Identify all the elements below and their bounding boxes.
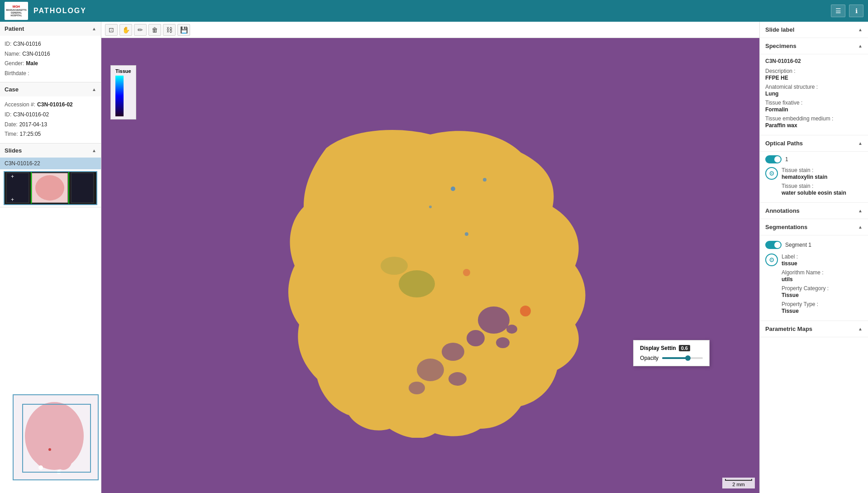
- slide-item[interactable]: C3N-01016-22 +: [0, 158, 101, 205]
- display-settings-popup: Display Settin 0.6 Opacity: [633, 340, 710, 366]
- patient-birthdate-label: Birthdate :: [5, 69, 29, 79]
- seg-algorithm-value: utils: [782, 276, 829, 282]
- delete-tool-button[interactable]: 🗑: [148, 24, 161, 36]
- thumbnail-svg: + +: [5, 172, 96, 204]
- svg-point-12: [34, 440, 57, 468]
- logo-area: MGH MASSACHUSETTSGENERALHOSPITAL PATHOLO…: [5, 2, 86, 20]
- slide-label-title: Slide label: [765, 26, 794, 33]
- optical-path-toggle[interactable]: [765, 155, 782, 163]
- case-date-label: Date:: [5, 120, 18, 130]
- optical-path-gear-icon[interactable]: ⚙: [765, 167, 778, 180]
- seg-property-category-value: Tissue: [782, 292, 829, 298]
- pan-tool-button[interactable]: ✋: [119, 24, 132, 36]
- app-header: MGH MASSACHUSETTSGENERALHOSPITAL PATHOLO…: [0, 0, 868, 22]
- left-sidebar: Patient ▲ ID: C3N-01016 Name: C3N-01016 …: [0, 22, 101, 493]
- scale-bar-line: [725, 479, 752, 481]
- patient-section-content: ID: C3N-01016 Name: C3N-01016 Gender: Ma…: [0, 36, 101, 82]
- segmentations-header[interactable]: Segmentations ▲: [760, 219, 868, 235]
- svg-point-29: [465, 232, 468, 236]
- svg-point-21: [506, 325, 517, 334]
- optical-paths-title: Optical Paths: [765, 140, 803, 147]
- minimap[interactable]: [13, 394, 99, 480]
- tissue-stain2-label: Tissue stain :: [782, 183, 846, 189]
- segment1-toggle-knob: [774, 242, 781, 248]
- segmentations-content: Segment 1 ⚙ Label : tissue Algorithm Nam…: [760, 235, 868, 321]
- right-sidebar: Slide label ▲ Specimens ▲ C3N-01016-02 D…: [759, 22, 868, 493]
- slide-label-chevron-icon: ▲: [858, 27, 863, 32]
- opacity-value-badge: 0.6: [679, 345, 690, 351]
- opacity-slider[interactable]: [662, 357, 703, 359]
- patient-name-value: C3N-01016: [22, 49, 50, 59]
- annotations-chevron-icon: ▲: [858, 208, 863, 213]
- specimens-chevron-icon: ▲: [858, 43, 863, 48]
- legend-title: Tissue: [115, 68, 131, 74]
- svg-point-31: [483, 178, 486, 182]
- slides-section: Slides ▲ C3N-01016-22: [0, 144, 101, 207]
- patient-gender-label: Gender:: [5, 59, 24, 69]
- patient-birthdate-row: Birthdate :: [5, 69, 96, 79]
- patient-section-header[interactable]: Patient ▲: [0, 22, 101, 36]
- case-section-title: Case: [5, 86, 19, 93]
- info-icon-button[interactable]: ℹ: [849, 5, 863, 17]
- parametric-maps-title: Parametric Maps: [765, 325, 812, 332]
- slides-section-title: Slides: [5, 147, 22, 154]
- segment1-gear-icon[interactable]: ⚙: [765, 254, 778, 266]
- svg-point-23: [417, 359, 444, 381]
- case-date-row: Date: 2017-04-13: [5, 120, 96, 130]
- case-id-row: ID: C3N-01016-02: [5, 110, 96, 120]
- case-section-header[interactable]: Case ▲: [0, 82, 101, 96]
- opacity-row: Opacity: [640, 355, 703, 361]
- annotations-header[interactable]: Annotations ▲: [760, 203, 868, 219]
- slides-section-header[interactable]: Slides ▲: [0, 144, 101, 158]
- link-tool-button[interactable]: ⛓: [163, 24, 176, 36]
- optical-paths-header[interactable]: Optical Paths ▲: [760, 135, 868, 152]
- slide-label-header[interactable]: Slide label ▲: [760, 22, 868, 38]
- optical-path-gear-row: ⚙ Tissue stain : hematoxylin stain Tissu…: [765, 167, 863, 199]
- case-id-label: ID:: [5, 110, 11, 120]
- draw-tool-button[interactable]: ✏: [134, 24, 147, 36]
- seg-label-value: tissue: [782, 260, 829, 267]
- optical-paths-content: 1 ⚙ Tissue stain : hematoxylin stain Tis…: [760, 152, 868, 203]
- tissue-legend: Tissue: [110, 65, 136, 120]
- slide-thumbnail[interactable]: + +: [4, 171, 97, 205]
- patient-section-title: Patient: [5, 25, 24, 32]
- main-layout: Patient ▲ ID: C3N-01016 Name: C3N-01016 …: [0, 22, 868, 493]
- list-icon-button[interactable]: ☰: [831, 5, 845, 17]
- segment1-details: Label : tissue Algorithm Name : utils Pr…: [782, 254, 829, 317]
- viewer-container[interactable]: Tissue Display Settin 0.6 Opacity: [101, 38, 759, 493]
- specimen-id: C3N-01016-02: [765, 58, 863, 64]
- seg-property-type-value: Tissue: [782, 308, 829, 314]
- case-section: Case ▲ Accession #: C3N-01016-02 ID: C3N…: [0, 82, 101, 143]
- description-value: FFPE HE: [765, 75, 863, 81]
- svg-point-3: [35, 175, 64, 201]
- segmentations-chevron-icon: ▲: [858, 225, 863, 230]
- svg-point-30: [429, 206, 432, 208]
- svg-point-27: [463, 269, 470, 276]
- patient-id-label: ID:: [5, 39, 11, 49]
- svg-point-18: [478, 306, 510, 334]
- slider-thumb[interactable]: [685, 355, 691, 361]
- viewer-background[interactable]: Tissue Display Settin 0.6 Opacity: [101, 38, 759, 493]
- seg-label-label: Label :: [782, 254, 829, 260]
- case-section-content: Accession #: C3N-01016-02 ID: C3N-01016-…: [0, 96, 101, 143]
- case-id-value: C3N-01016-02: [13, 110, 49, 120]
- optical-paths-chevron-icon: ▲: [858, 141, 863, 146]
- tissue-stain2-value: water soluble eosin stain: [782, 190, 846, 196]
- tissue-embedding-label: Tissue embedding medium :: [765, 115, 863, 122]
- patient-name-label: Name:: [5, 49, 20, 59]
- patient-chevron-icon: ▲: [92, 26, 96, 31]
- case-time-label: Time:: [5, 129, 18, 139]
- segment1-toggle[interactable]: [765, 241, 782, 249]
- svg-rect-1: [6, 173, 29, 203]
- svg-rect-4: [71, 173, 94, 203]
- specimens-header[interactable]: Specimens ▲: [760, 38, 868, 54]
- case-accession-row: Accession #: C3N-01016-02: [5, 100, 96, 110]
- select-tool-button[interactable]: ⊡: [105, 24, 118, 36]
- description-label: Description :: [765, 68, 863, 74]
- save-tool-button[interactable]: 💾: [177, 24, 190, 36]
- parametric-maps-header[interactable]: Parametric Maps ▲: [760, 321, 868, 337]
- minimap-svg: [14, 395, 99, 480]
- seg-property-category-label: Property Category :: [782, 285, 829, 292]
- segment1-label: Segment 1: [785, 242, 811, 248]
- slide-id-item[interactable]: C3N-01016-22: [0, 158, 101, 169]
